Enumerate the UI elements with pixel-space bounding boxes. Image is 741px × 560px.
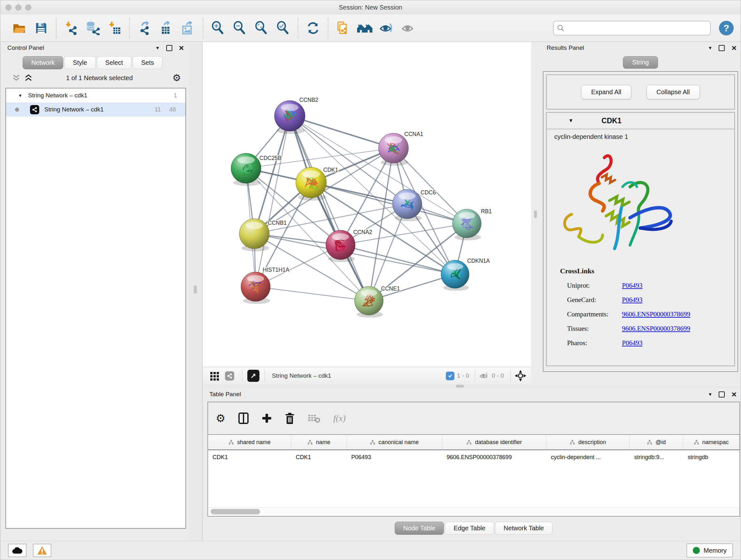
- horizontal-splitter[interactable]: [203, 384, 741, 388]
- show-all-button[interactable]: [399, 18, 417, 38]
- network-edge[interactable]: [290, 116, 369, 301]
- zoom-fit-button[interactable]: [253, 18, 270, 38]
- column-header[interactable]: namespac: [683, 435, 739, 449]
- expand-all-networks-button[interactable]: [24, 74, 33, 82]
- first-neighbors-button[interactable]: [356, 18, 374, 38]
- network-node[interactable]: HIST1H1A: [241, 266, 289, 304]
- tab-sets[interactable]: Sets: [132, 56, 162, 69]
- column-header[interactable]: database identifier: [442, 435, 547, 449]
- table-options-button[interactable]: ⚙: [216, 413, 225, 424]
- network-node[interactable]: CDKN1A: [441, 258, 490, 291]
- show-columns-button[interactable]: [238, 412, 249, 424]
- control-panel-menu-button[interactable]: ▼: [155, 46, 160, 50]
- fit-selected-button[interactable]: [515, 370, 527, 382]
- grid-view-button[interactable]: [210, 371, 220, 381]
- refresh-layout-button[interactable]: [304, 18, 322, 38]
- table-cell[interactable]: 9606.ENSP00000378699: [442, 454, 547, 461]
- network-edge[interactable]: [256, 287, 369, 301]
- save-session-button[interactable]: [32, 18, 50, 38]
- right-splitter[interactable]: [531, 42, 540, 384]
- export-image-button[interactable]: [179, 18, 197, 38]
- table-cell[interactable]: cyclin-dependent ...: [546, 454, 630, 461]
- table-cell[interactable]: stringdb: [683, 454, 739, 461]
- crosslink-link[interactable]: 9606.ENSP00000378699: [622, 310, 690, 318]
- search-input[interactable]: [564, 24, 710, 32]
- collapse-all-button[interactable]: Collapse All: [647, 85, 700, 99]
- collapse-all-networks-button[interactable]: [12, 74, 21, 82]
- column-header[interactable]: description: [546, 435, 630, 449]
- crosslink-link[interactable]: P06493: [622, 296, 643, 304]
- export-table-button[interactable]: [157, 18, 175, 38]
- hide-selected-button[interactable]: [378, 18, 395, 38]
- table-panel-close-button[interactable]: ✕: [731, 391, 737, 398]
- network-node[interactable]: RB1: [453, 208, 492, 240]
- crosslink-link[interactable]: 9606.ENSP00000378699: [622, 325, 690, 333]
- zoom-selected-button[interactable]: [274, 18, 292, 38]
- selected-indicator-checkbox[interactable]: [446, 372, 455, 380]
- import-network-file-button[interactable]: [62, 18, 80, 38]
- tree-expand-icon[interactable]: ▼: [18, 93, 22, 98]
- left-splitter[interactable]: [189, 42, 203, 542]
- network-node[interactable]: CCNE1: [354, 286, 400, 318]
- network-options-button[interactable]: ⚙: [172, 73, 181, 83]
- network-row-selected[interactable]: String Network – cdk1 11 48: [6, 103, 185, 117]
- export-network-button[interactable]: [136, 18, 153, 38]
- birdseye-view-button[interactable]: [247, 370, 259, 382]
- column-header[interactable]: shared name: [208, 435, 291, 449]
- splitter-handle[interactable]: [194, 286, 197, 294]
- splitter-handle[interactable]: [456, 385, 464, 388]
- crosslink-link[interactable]: P06493: [622, 339, 643, 347]
- network-edge[interactable]: [256, 116, 290, 287]
- results-panel-close-button[interactable]: ✕: [731, 45, 737, 51]
- table-cell[interactable]: CDK1: [208, 454, 291, 461]
- delete-table-button[interactable]: [308, 414, 320, 423]
- memory-button[interactable]: Memory: [686, 543, 733, 557]
- function-builder-button[interactable]: f(x): [333, 413, 346, 423]
- network-edge[interactable]: [311, 183, 467, 224]
- tab-string[interactable]: String: [623, 56, 658, 69]
- network-canvas[interactable]: CCNB2CCNA1CDC25BCDK1CDC6RB1CCNB1CCNA2CDK…: [203, 42, 531, 367]
- delete-column-button[interactable]: [285, 413, 295, 424]
- results-panel-menu-button[interactable]: ▼: [708, 46, 713, 50]
- tab-node-table[interactable]: Node Table: [395, 522, 444, 535]
- network-collection-row[interactable]: ▼ String Network – cdk1 1: [6, 88, 185, 103]
- table-cell[interactable]: stringdb:9...: [630, 454, 683, 461]
- control-panel-close-button[interactable]: ✕: [179, 45, 185, 51]
- network-node[interactable]: CCNA2: [326, 229, 372, 262]
- splitter-handle[interactable]: [534, 210, 537, 218]
- help-button[interactable]: ?: [719, 21, 734, 36]
- network-node[interactable]: CCNB1: [239, 219, 286, 251]
- hscrollbar-thumb[interactable]: [211, 509, 260, 514]
- table-row[interactable]: CDK1 CDK1 P06493 9606.ENSP00000378699 cy…: [208, 450, 739, 464]
- network-node[interactable]: CDC6: [393, 189, 436, 221]
- tab-network-table[interactable]: Network Table: [495, 522, 552, 535]
- column-header[interactable]: canonical name: [347, 435, 442, 449]
- tab-style[interactable]: Style: [64, 56, 95, 69]
- table-cell[interactable]: P06493: [347, 454, 442, 461]
- column-header[interactable]: @id: [630, 435, 683, 449]
- warning-status-button[interactable]: [33, 544, 51, 557]
- zoom-out-button[interactable]: [231, 18, 249, 38]
- create-column-button[interactable]: [262, 413, 272, 423]
- tab-select[interactable]: Select: [97, 56, 132, 69]
- tab-network[interactable]: Network: [23, 56, 63, 69]
- table-panel-float-button[interactable]: [719, 391, 725, 397]
- zoom-in-button[interactable]: [209, 18, 227, 38]
- network-node[interactable]: CCNA1: [379, 131, 423, 166]
- table-cell[interactable]: CDK1: [291, 454, 347, 461]
- import-network-database-button[interactable]: [84, 18, 102, 38]
- duplicate-network-button[interactable]: [334, 18, 352, 38]
- table-panel-menu-button[interactable]: ▼: [708, 392, 713, 396]
- control-panel-float-button[interactable]: [166, 45, 172, 51]
- column-header[interactable]: name: [291, 435, 347, 449]
- open-session-button[interactable]: [10, 18, 28, 38]
- network-node[interactable]: CCNB2: [274, 97, 318, 134]
- gene-section-header[interactable]: ▼ CDK1: [547, 113, 734, 129]
- import-table-button[interactable]: [106, 18, 124, 38]
- network-edge[interactable]: [290, 116, 394, 148]
- network-badge-button[interactable]: [225, 371, 234, 381]
- crosslink-link[interactable]: P06493: [622, 282, 643, 290]
- expand-all-button[interactable]: Expand All: [581, 85, 631, 99]
- tab-edge-table[interactable]: Edge Table: [445, 522, 494, 535]
- results-panel-float-button[interactable]: [719, 45, 725, 51]
